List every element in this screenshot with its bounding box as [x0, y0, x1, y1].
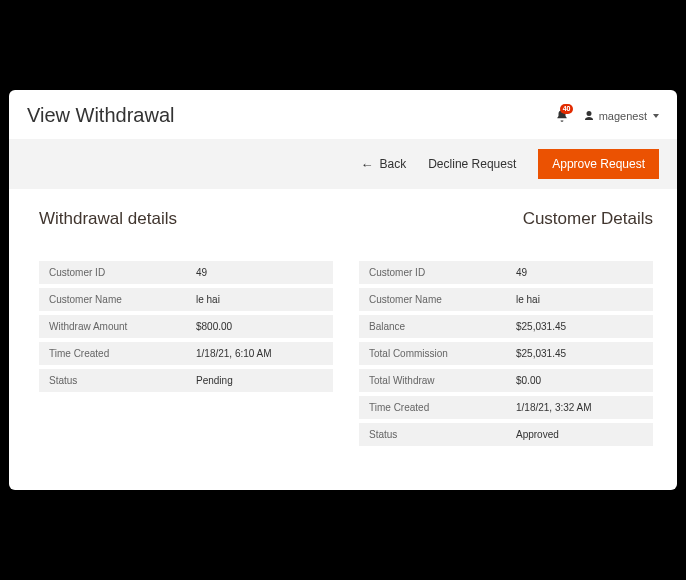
- decline-request-button[interactable]: Decline Request: [428, 157, 516, 171]
- row-label: Total Withdraw: [359, 367, 506, 394]
- page-title: View Withdrawal: [27, 104, 174, 127]
- row-label: Total Commission: [359, 340, 506, 367]
- user-menu[interactable]: magenest: [583, 110, 659, 122]
- row-value: le hai: [506, 286, 653, 313]
- page-card: View Withdrawal 40 magenest ← Back Decli…: [9, 90, 677, 490]
- action-bar: ← Back Decline Request Approve Request: [9, 139, 677, 189]
- chevron-down-icon: [653, 114, 659, 118]
- table-row: Time Created1/18/21, 3:32 AM: [359, 394, 653, 421]
- page-header: View Withdrawal 40 magenest: [9, 90, 677, 139]
- arrow-left-icon: ←: [361, 158, 374, 171]
- table-row: Customer ID49: [39, 261, 333, 286]
- content: Withdrawal details Customer ID49Customer…: [9, 189, 677, 490]
- table-row: StatusPending: [39, 367, 333, 394]
- table-row: StatusApproved: [359, 421, 653, 448]
- row-value: 49: [186, 261, 333, 286]
- back-button[interactable]: ← Back: [361, 157, 407, 171]
- withdrawal-details-title: Withdrawal details: [39, 209, 333, 229]
- row-value: Pending: [186, 367, 333, 394]
- row-label: Balance: [359, 313, 506, 340]
- row-value: $800.00: [186, 313, 333, 340]
- row-label: Withdraw Amount: [39, 313, 186, 340]
- row-label: Customer ID: [359, 261, 506, 286]
- row-label: Customer Name: [39, 286, 186, 313]
- notification-badge: 40: [560, 104, 574, 114]
- table-row: Time Created1/18/21, 6:10 AM: [39, 340, 333, 367]
- table-row: Total Withdraw$0.00: [359, 367, 653, 394]
- row-label: Customer ID: [39, 261, 186, 286]
- header-right: 40 magenest: [555, 109, 659, 123]
- table-row: Balance$25,031.45: [359, 313, 653, 340]
- customer-details-section: Customer Details Customer ID49Customer N…: [359, 209, 653, 450]
- row-label: Customer Name: [359, 286, 506, 313]
- row-value: 1/18/21, 3:32 AM: [506, 394, 653, 421]
- row-value: $0.00: [506, 367, 653, 394]
- columns: Withdrawal details Customer ID49Customer…: [39, 209, 653, 450]
- table-row: Customer ID49: [359, 261, 653, 286]
- row-label: Status: [39, 367, 186, 394]
- table-row: Withdraw Amount$800.00: [39, 313, 333, 340]
- withdrawal-details-section: Withdrawal details Customer ID49Customer…: [39, 209, 333, 396]
- notifications-button[interactable]: 40: [555, 109, 569, 123]
- customer-details-table: Customer ID49Customer Namele haiBalance$…: [359, 261, 653, 450]
- withdrawal-details-table: Customer ID49Customer Namele haiWithdraw…: [39, 261, 333, 396]
- approve-request-button[interactable]: Approve Request: [538, 149, 659, 179]
- row-value: $25,031.45: [506, 340, 653, 367]
- row-label: Time Created: [359, 394, 506, 421]
- customer-details-title: Customer Details: [359, 209, 653, 229]
- row-value: $25,031.45: [506, 313, 653, 340]
- row-label: Status: [359, 421, 506, 448]
- row-label: Time Created: [39, 340, 186, 367]
- back-label: Back: [380, 157, 407, 171]
- row-value: 49: [506, 261, 653, 286]
- table-row: Customer Namele hai: [39, 286, 333, 313]
- table-row: Customer Namele hai: [359, 286, 653, 313]
- table-row: Total Commission$25,031.45: [359, 340, 653, 367]
- row-value: le hai: [186, 286, 333, 313]
- user-name: magenest: [599, 110, 647, 122]
- row-value: 1/18/21, 6:10 AM: [186, 340, 333, 367]
- row-value: Approved: [506, 421, 653, 448]
- user-icon: [583, 110, 595, 122]
